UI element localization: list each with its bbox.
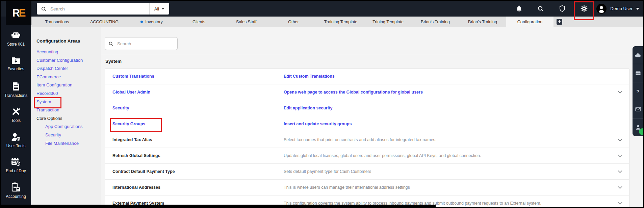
sidebar-item-user-tools[interactable]: User Tools <box>1 132 31 157</box>
row-international-addresses: International Addresses This is where us… <box>105 180 629 196</box>
config-link-transaction[interactable]: Transaction <box>36 106 101 114</box>
setting-name-link[interactable]: Security Groups <box>112 122 284 126</box>
user-name: Demo User <box>610 6 633 11</box>
config-sublink-file-maintenance[interactable]: File Maintenance <box>45 139 101 148</box>
table-icon <box>635 71 641 76</box>
tab-training-template[interactable]: Training Template <box>317 17 364 27</box>
tab-configuration[interactable]: Configuration <box>506 17 553 27</box>
chevron-down-icon[interactable] <box>618 202 622 205</box>
config-link-record360[interactable]: Record360 <box>36 89 101 98</box>
sidebar-item-label: User Tools <box>6 144 25 148</box>
config-sublink-security[interactable]: Security <box>45 131 101 139</box>
search-button[interactable] <box>530 1 551 17</box>
sidebar-item-accounting[interactable]: Accounting <box>1 182 31 207</box>
user-avatar[interactable] <box>595 4 608 14</box>
config-link-item-configuration[interactable]: Item Configuration <box>36 81 101 89</box>
sidebar-item-label: Tools <box>11 118 21 123</box>
config-sublink-app-configurations[interactable]: App Configurations <box>45 123 101 131</box>
config-areas-panel: Configuration Areas Accounting Customer … <box>31 27 101 205</box>
setting-description-link[interactable]: Edit application security <box>284 106 629 110</box>
main-content: System Custom Translations Edit Custom T… <box>101 27 643 207</box>
help-icon: ? <box>636 88 639 94</box>
tab-brians-training-1[interactable]: Brian's Training <box>412 17 459 27</box>
favorites-folder-icon <box>11 57 20 64</box>
global-search[interactable]: All <box>37 3 169 15</box>
setting-description-link[interactable]: Edit Custom Translations <box>284 74 629 79</box>
tab-other[interactable]: Other <box>270 17 317 27</box>
sidebar-item-store[interactable]: Store 001 <box>1 32 31 57</box>
help-button[interactable]: ? <box>633 82 643 100</box>
app-window: All <box>0 0 644 208</box>
security-button[interactable] <box>551 1 573 17</box>
window-bottom-edge <box>1 205 436 207</box>
setting-name: Refresh Global Settings <box>112 153 284 158</box>
tab-trining-template[interactable]: Trining Template <box>364 17 412 27</box>
row-contract-default-payment-type: Contract Default Payment Type Sets defau… <box>105 164 629 180</box>
notifications-button[interactable] <box>508 1 530 17</box>
search-icon <box>41 6 47 12</box>
gear-icon <box>581 5 588 12</box>
config-section-core-options: Core Options <box>36 114 101 123</box>
config-link-customer-configuration[interactable]: Customer Configuration <box>36 56 101 65</box>
setting-name: Contract Default Payment Type <box>112 169 284 174</box>
plus-icon <box>557 19 562 25</box>
cloud-button[interactable] <box>633 46 643 64</box>
shield-icon <box>559 5 565 12</box>
row-integrated-tax-alias: Integrated Tax Alias Select tax names th… <box>105 132 629 148</box>
config-link-system[interactable]: System <box>36 99 51 104</box>
tab-transactions[interactable]: Transactions <box>33 17 81 27</box>
setting-description: Sets default payment type for Cash Custo… <box>284 169 629 174</box>
divider <box>101 55 643 55</box>
mail-icon <box>635 107 641 111</box>
chevron-down-icon[interactable] <box>618 138 622 141</box>
chevron-down-icon[interactable] <box>618 186 622 189</box>
global-search-input[interactable] <box>50 6 149 12</box>
add-tab-button[interactable] <box>553 17 565 27</box>
settings-button[interactable] <box>573 1 595 17</box>
chevron-down-icon[interactable] <box>636 8 639 10</box>
sidebar-item-label: End of Day <box>6 168 26 173</box>
config-link-accounting[interactable]: Accounting <box>36 48 101 56</box>
chevron-down-icon[interactable] <box>618 154 622 157</box>
setting-name: International Addresses <box>112 185 284 190</box>
config-search[interactable] <box>105 37 178 50</box>
section-title: System <box>105 59 122 64</box>
tab-accounting[interactable]: ACCOUNTING <box>81 17 128 27</box>
config-link-dispatch-center[interactable]: Dispatch Center <box>36 64 101 73</box>
config-search-input[interactable] <box>117 41 177 47</box>
store-icon <box>11 32 21 40</box>
calendar-clock-icon <box>11 157 21 166</box>
sidebar-item-end-of-day[interactable]: End of Day <box>1 157 31 182</box>
system-settings-list: Custom Translations Edit Custom Translat… <box>105 68 629 208</box>
sidebar-item-transactions[interactable]: Transactions <box>1 82 31 107</box>
tools-icon <box>11 107 20 116</box>
status-badge <box>639 128 644 135</box>
setting-description-link[interactable]: Opens web page to access the Global conf… <box>284 90 629 95</box>
setting-description-link[interactable]: Insert and update security groups <box>284 122 629 126</box>
config-link-ecommerce[interactable]: ECommerce <box>36 73 101 81</box>
row-security-groups: Security Groups Insert and update securi… <box>105 116 629 132</box>
sidebar-item-label: Transactions <box>4 93 27 98</box>
tab-inventory[interactable]: Inventory <box>128 17 175 27</box>
sidebar-item-favorites[interactable]: Favorites <box>1 57 31 82</box>
app-logo[interactable]: RE <box>6 1 31 25</box>
row-refresh-global-settings: Refresh Global Settings Updates global l… <box>105 148 629 164</box>
table-button[interactable] <box>633 64 643 82</box>
chevron-down-icon[interactable] <box>618 91 622 94</box>
tab-sales-staff[interactable]: Sales Staff <box>223 17 270 27</box>
mail-button[interactable] <box>633 100 643 118</box>
sidebar-item-label: Accounting <box>6 194 26 199</box>
blue-dot-icon <box>140 21 143 23</box>
tab-brians-training-2[interactable]: Brian's Training <box>459 17 506 27</box>
search-icon <box>537 5 544 12</box>
tab-clients[interactable]: Clients <box>175 17 223 27</box>
chevron-down-icon[interactable] <box>618 170 622 173</box>
sidebar-item-tools[interactable]: Tools <box>1 107 31 132</box>
setting-name-link[interactable]: Security <box>112 106 284 110</box>
logo-letter-e: E <box>19 7 25 19</box>
left-sidebar: Store 001 Favorites Transactions Tools U… <box>1 17 31 207</box>
setting-name-link[interactable]: Custom Translations <box>112 74 284 79</box>
config-areas-title: Configuration Areas <box>36 38 101 44</box>
setting-name-link[interactable]: Global User Admin <box>112 90 284 95</box>
search-filter-dropdown[interactable]: All <box>149 3 169 15</box>
